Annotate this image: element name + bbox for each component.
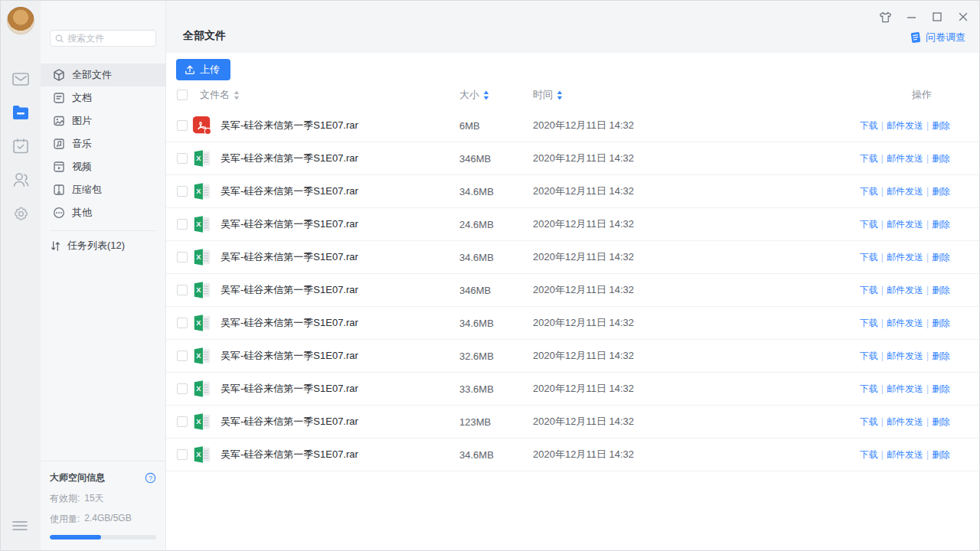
delete-link[interactable]: 删除: [932, 285, 950, 295]
row-checkbox[interactable]: [177, 153, 188, 164]
email-send-link[interactable]: 邮件发送: [887, 318, 923, 328]
email-send-link[interactable]: 邮件发送: [887, 285, 923, 295]
settings-gear-icon[interactable]: [10, 206, 31, 221]
sidebar-item-music[interactable]: 音乐: [41, 132, 165, 155]
email-send-link[interactable]: 邮件发送: [887, 219, 923, 230]
sidebar-item-other[interactable]: 其他: [41, 201, 165, 224]
sidebar-item-archives[interactable]: 压缩包: [41, 178, 165, 201]
sidebar-item-videos[interactable]: 视频: [41, 155, 165, 178]
select-all-checkbox[interactable]: [177, 90, 188, 100]
delete-link[interactable]: 删除: [932, 153, 950, 164]
contacts-icon[interactable]: [10, 172, 31, 187]
row-checkbox[interactable]: [177, 252, 188, 262]
file-size: 346MB: [459, 285, 533, 296]
maximize-icon[interactable]: [930, 10, 944, 24]
hamburger-menu-icon[interactable]: [11, 520, 28, 533]
email-send-link[interactable]: 邮件发送: [887, 186, 923, 197]
file-name[interactable]: 吴军-硅谷来信第一季S1E07.rar: [220, 448, 459, 461]
delete-link[interactable]: 删除: [932, 252, 950, 262]
column-header-size[interactable]: 大小: [459, 88, 533, 102]
email-send-link[interactable]: 邮件发送: [887, 252, 923, 262]
sidebar-item-label: 音乐: [72, 137, 92, 151]
file-name[interactable]: 吴军-硅谷来信第一季S1E07.rar: [220, 152, 459, 165]
download-link[interactable]: 下载: [860, 383, 878, 394]
file-name[interactable]: 吴军-硅谷来信第一季S1E07.rar: [220, 250, 459, 264]
delete-link[interactable]: 删除: [932, 449, 950, 460]
delete-link[interactable]: 删除: [932, 416, 950, 427]
sidebar-item-documents[interactable]: 文档: [41, 86, 165, 109]
main-header: 全部文件 问卷调查: [166, 1, 979, 53]
row-checkbox[interactable]: [177, 449, 188, 460]
file-name[interactable]: 吴军-硅谷来信第一季S1E07.rar: [220, 415, 459, 429]
sidebar-item-label: 其他: [72, 206, 92, 220]
download-link[interactable]: 下载: [860, 350, 878, 361]
theme-skin-icon[interactable]: [878, 10, 892, 24]
email-send-link[interactable]: 邮件发送: [887, 383, 923, 394]
sort-icon-name[interactable]: [234, 90, 240, 100]
row-checkbox[interactable]: [177, 416, 188, 427]
minimize-icon[interactable]: [904, 10, 918, 24]
schedule-icon[interactable]: [10, 139, 31, 154]
download-link[interactable]: 下载: [860, 285, 878, 295]
delete-link[interactable]: 删除: [932, 219, 950, 230]
sort-icon-time[interactable]: [557, 90, 563, 100]
main-panel: 全部文件 问卷调查 上传 文件名 大小: [165, 1, 979, 550]
sidebar-item-images[interactable]: 图片: [41, 109, 165, 132]
file-name[interactable]: 吴军-硅谷来信第一季S1E07.rar: [220, 316, 459, 330]
survey-link[interactable]: 问卷调查: [910, 31, 965, 44]
delete-link[interactable]: 删除: [932, 318, 950, 328]
search-box[interactable]: [50, 30, 156, 47]
row-checkbox[interactable]: [177, 120, 188, 131]
file-name[interactable]: 吴军-硅谷来信第一季S1E07.rar: [220, 283, 459, 297]
delete-link[interactable]: 删除: [932, 383, 950, 394]
action-separator: |: [926, 285, 929, 295]
download-link[interactable]: 下载: [860, 153, 878, 164]
sidebar-item-all-files[interactable]: 全部文件: [41, 64, 165, 86]
action-separator: |: [926, 350, 929, 361]
file-name[interactable]: 吴军-硅谷来信第一季S1E07.rar: [220, 217, 459, 231]
email-send-link[interactable]: 邮件发送: [887, 153, 923, 164]
download-link[interactable]: 下载: [860, 318, 878, 328]
close-icon[interactable]: [956, 10, 970, 24]
file-actions: 下载|邮件发送|删除: [820, 416, 950, 429]
delete-link[interactable]: 删除: [932, 186, 950, 197]
download-link[interactable]: 下载: [860, 120, 878, 131]
email-send-link[interactable]: 邮件发送: [887, 449, 923, 460]
download-link[interactable]: 下载: [860, 252, 878, 262]
download-link[interactable]: 下载: [860, 186, 878, 197]
file-name[interactable]: 吴军-硅谷来信第一季S1E07.rar: [220, 119, 459, 132]
row-checkbox[interactable]: [177, 350, 188, 361]
mail-icon[interactable]: [10, 71, 31, 86]
email-send-link[interactable]: 邮件发送: [887, 416, 923, 427]
email-send-link[interactable]: 邮件发送: [887, 120, 923, 131]
delete-link[interactable]: 删除: [932, 350, 950, 361]
row-checkbox[interactable]: [177, 285, 188, 295]
files-folder-icon[interactable]: [10, 105, 31, 120]
usage-progress-fill: [50, 535, 101, 540]
download-link[interactable]: 下载: [860, 449, 878, 460]
space-info-panel: 大师空间信息 ? 有效期: 15天 使用量: 2.4GB/5GB: [41, 461, 165, 550]
column-header-time[interactable]: 时间: [533, 88, 820, 102]
row-checkbox[interactable]: [177, 186, 188, 197]
row-checkbox[interactable]: [177, 383, 188, 394]
page-title: 全部文件: [183, 29, 226, 43]
delete-link[interactable]: 删除: [932, 120, 950, 131]
file-table-row: X 吴军-硅谷来信第一季S1E07.rar 34.6MB 2020年12月11日…: [166, 439, 979, 471]
file-name[interactable]: 吴军-硅谷来信第一季S1E07.rar: [220, 382, 459, 396]
search-input[interactable]: [67, 33, 151, 44]
upload-button[interactable]: 上传: [176, 59, 230, 80]
download-link[interactable]: 下载: [860, 416, 878, 427]
sidebar-item-task-list[interactable]: 任务列表(12): [41, 233, 165, 259]
user-avatar[interactable]: [7, 7, 34, 34]
row-checkbox[interactable]: [177, 318, 188, 328]
file-name[interactable]: 吴军-硅谷来信第一季S1E07.rar: [220, 349, 459, 363]
sort-icon-size[interactable]: [483, 90, 489, 100]
file-time: 2020年12月11日 14:32: [533, 217, 820, 231]
download-link[interactable]: 下载: [860, 219, 878, 230]
email-send-link[interactable]: 邮件发送: [887, 350, 923, 361]
row-checkbox[interactable]: [177, 219, 188, 230]
help-icon[interactable]: ?: [145, 472, 156, 484]
file-name[interactable]: 吴军-硅谷来信第一季S1E07.rar: [220, 184, 459, 198]
column-header-name[interactable]: 文件名: [192, 88, 459, 102]
file-table-row: X 吴军-硅谷来信第一季S1E07.rar 6MB 2020年12月11日 14…: [166, 109, 979, 142]
